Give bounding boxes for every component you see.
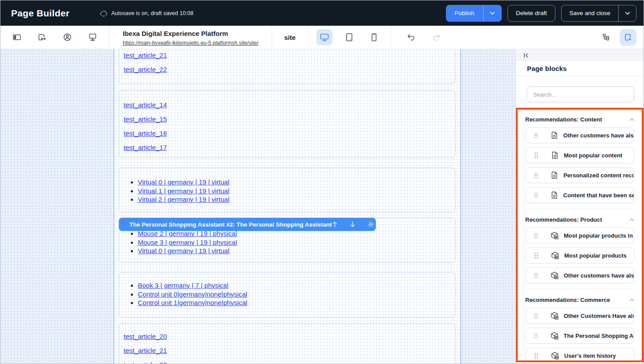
block-card[interactable]: Most popular content [525,147,634,163]
product-block-icon [551,251,559,259]
save-options-button[interactable] [618,5,636,21]
drag-handle-icon[interactable] [534,313,538,319]
search-input[interactable] [527,86,634,102]
section-label: Recommendations: Commerce [525,297,610,303]
site-structure-button[interactable] [599,31,613,44]
publish-button[interactable]: Publish [446,5,483,22]
collapse-panel-button[interactable] [523,52,530,59]
content-link[interactable]: Virtual 0 | germany | 19 | virtual [138,247,230,254]
layout-switch-icon [37,32,47,42]
link-row: test_article_21 [124,51,455,66]
redo-button[interactable] [430,31,443,44]
content-link[interactable]: test_article_14 [124,101,167,109]
chevron-up-icon[interactable] [629,218,634,221]
content-link[interactable]: Control unit 1|germany|none|physical [138,299,247,306]
content-link[interactable]: Control unit 0|germany|none|physical [138,290,247,298]
drag-handle-icon[interactable] [534,192,538,199]
block-card[interactable]: Other customers have also ... [525,127,634,143]
block-card[interactable]: Other Customers Have also... [525,308,634,324]
layout-width-button[interactable] [35,31,49,44]
content-link[interactable]: test_article_17 [124,144,167,151]
tablet-preview-button[interactable] [341,29,357,45]
page-builder-app: Page Builder Autosave is on, draft saved… [0,0,644,364]
content-link[interactable]: Virtual 0 | germany | 19 | virtual [138,178,230,186]
content-link[interactable]: test_article_21 [124,51,167,59]
chevron-up-icon[interactable] [629,118,634,121]
block-settings-button[interactable] [367,221,375,228]
content-link[interactable]: test_article_15 [124,115,167,123]
right-tool-group [599,29,644,46]
sidebar-collapse-strip [516,49,644,61]
toggle-left-panel-button[interactable] [10,31,23,44]
move-block-up-button[interactable] [332,221,338,227]
drag-handle-icon[interactable] [534,252,539,259]
editor-toolbar: Ibexa Digital Experience Platform https:… [0,26,644,49]
panel-title-row: Page blocks [516,61,644,76]
save-and-close-button[interactable]: Save and close [562,5,618,21]
block-card[interactable]: Personalized content reco... [525,167,634,183]
page-blocks-sidebar: Page blocks Recommendations: ContentOthe… [515,49,644,364]
mobile-preview-button[interactable] [366,29,382,45]
list-item: Virtual 0 | germany | 19 | virtual [138,178,455,187]
tablet-icon [344,32,355,43]
move-down-icon [350,221,355,227]
chevron-up-icon[interactable] [629,298,634,301]
content-link[interactable]: test_article_16 [124,129,167,137]
desktop-preview-button[interactable] [316,29,332,45]
page-block[interactable]: The Personal Shopping Assistant #2: The … [119,218,456,263]
move-block-down-button[interactable] [350,221,355,227]
content-block-icon [550,171,558,179]
drag-handle-icon[interactable] [534,272,538,279]
undo-button[interactable] [404,31,418,44]
preview-target-button[interactable] [86,31,99,44]
drag-handle-icon[interactable] [534,152,539,159]
sidebar-toggle-icon [12,32,22,42]
content-link[interactable]: test_article_22 [124,66,167,73]
content-link[interactable]: Book 3 | germany | 7 | physical [138,282,228,289]
block-card[interactable]: Content that have been see... [525,187,634,203]
block-menu-button[interactable] [386,221,388,228]
content-block-icon [550,131,558,139]
blocks-panel-highlighted: Recommendations: ContentOther customers … [516,108,644,362]
section-header[interactable]: Recommendations: Product [525,214,634,225]
header-actions: Publish Delete draft Save and close [446,5,636,22]
page-block[interactable]: test_article_14test_article_15test_artic… [119,90,456,158]
page-block[interactable]: Book 3 | germany | 7 | physicalControl u… [119,272,456,317]
block-card[interactable]: Most popular products [525,247,634,263]
block-card[interactable]: The Personal Shopping Assi... [525,328,634,344]
chevron-down-icon [625,12,630,15]
block-card[interactable]: Most popular products in c... [525,227,634,243]
tab-site[interactable]: site [272,26,308,49]
drag-handle-icon[interactable] [534,132,538,139]
content-link[interactable]: Mouse 3 | germany | 19 | physical [138,239,237,246]
drag-handle-icon[interactable] [534,172,538,179]
publish-options-button[interactable] [483,5,502,22]
block-card[interactable]: Other customers have also ... [525,267,634,283]
drag-handle-icon[interactable] [534,352,539,359]
block-toolbar-actions [332,221,388,228]
drag-handle-icon[interactable] [534,333,538,339]
autosave-status: Autosave is on, draft saved 10:08 [99,10,194,17]
page-block[interactable]: test_article_20test_article_21test_artic… [119,323,456,364]
move-up-icon [332,221,338,227]
section-header[interactable]: Recommendations: Content [525,114,634,125]
page-block[interactable]: Virtual 0 | germany | 19 | virtualVirtua… [119,168,456,212]
page-block[interactable]: test_article_21test_article_22 [119,49,456,84]
product-block-icon [550,271,558,279]
site-url-link[interactable]: https://main-bvxea6i-lkiijsmujeits.eu-5.… [123,40,258,47]
monitor-network-icon [88,32,98,42]
user-mode-button[interactable] [61,31,74,44]
add-block-panel-button[interactable] [620,29,636,46]
delete-draft-button[interactable]: Delete draft [507,5,555,22]
autosave-text: Autosave is on, draft saved 10:08 [111,10,194,16]
content-link[interactable]: Virtual 1 | germany | 19 | virtual [138,187,230,195]
content-link[interactable]: test_article_22 [124,361,167,364]
section-header[interactable]: Recommendations: Commerce [525,294,634,305]
drag-handle-icon[interactable] [534,232,538,239]
content-link[interactable]: test_article_20 [124,333,167,340]
block-card[interactable]: User's item history [525,348,634,362]
cloud-autosave-icon [99,10,107,17]
link-row: test_article_14 [124,101,455,115]
content-link[interactable]: test_article_21 [124,347,167,354]
content-link[interactable]: Virtual 2 | germany | 19 | virtual [138,196,230,203]
